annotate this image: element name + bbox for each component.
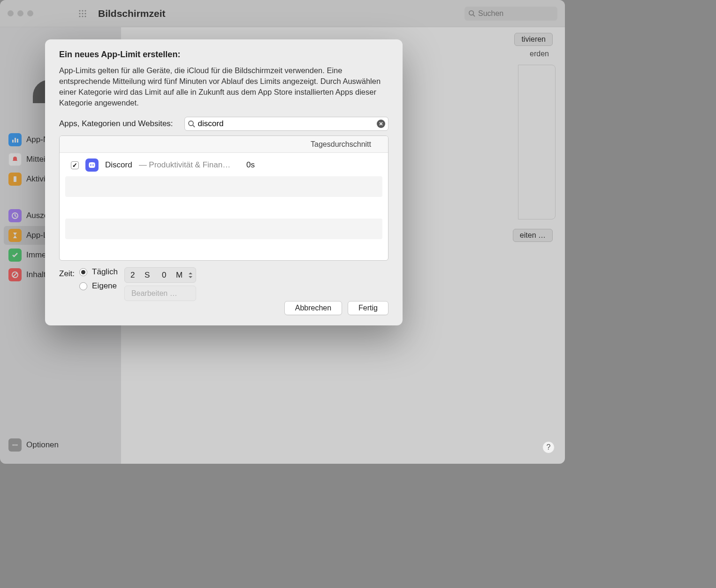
list-row-empty (65, 197, 382, 218)
help-button[interactable]: ? (542, 441, 555, 453)
discord-icon (85, 158, 99, 172)
list-row-empty (65, 219, 382, 239)
chevron-down-icon[interactable] (188, 275, 193, 279)
edit-custom-button: Bearbeiten … (124, 286, 196, 301)
radio-daily[interactable] (79, 268, 87, 276)
radio-custom-label: Eigene (92, 281, 117, 291)
list-row-empty (65, 176, 382, 197)
time-stepper[interactable]: 2 S 0 M (124, 267, 196, 283)
app-average-time: 0s (246, 160, 255, 170)
search-icon (188, 120, 195, 128)
app-checkbox[interactable] (71, 161, 79, 169)
column-header-average: Tagesdurchschnitt (311, 140, 371, 149)
cancel-button[interactable]: Abbrechen (284, 301, 342, 315)
svg-point-23 (90, 165, 91, 166)
modal-title: Ein neues App-Limit erstellen: (59, 50, 388, 60)
chevron-up-icon[interactable] (188, 271, 193, 275)
radio-daily-label: Täglich (92, 267, 118, 277)
app-category: — Produktivität & Finan… (139, 160, 231, 170)
clear-search-button[interactable] (377, 120, 385, 128)
search-input[interactable] (198, 119, 374, 128)
search-box[interactable] (184, 117, 388, 131)
app-limit-modal: Ein neues App-Limit erstellen: App-Limit… (45, 39, 403, 325)
search-label: Apps, Kategorien und Websites: (59, 119, 173, 128)
modal-description: App-Limits gelten für alle Geräte, die i… (59, 65, 388, 108)
stepper-arrows[interactable] (188, 271, 193, 279)
app-list: Tagesdurchschnitt Discord — Produktivitä… (59, 136, 388, 261)
app-name: Discord (105, 160, 132, 170)
time-label: Zeit: (59, 267, 75, 279)
svg-point-21 (189, 121, 193, 126)
svg-line-22 (193, 125, 195, 127)
list-header: Tagesdurchschnitt (60, 136, 388, 153)
done-button[interactable]: Fertig (348, 301, 388, 315)
svg-point-24 (92, 165, 94, 166)
list-row-empty (65, 239, 382, 260)
radio-custom[interactable] (79, 282, 87, 290)
app-row-discord[interactable]: Discord — Produktivität & Finan… 0s (65, 155, 382, 175)
